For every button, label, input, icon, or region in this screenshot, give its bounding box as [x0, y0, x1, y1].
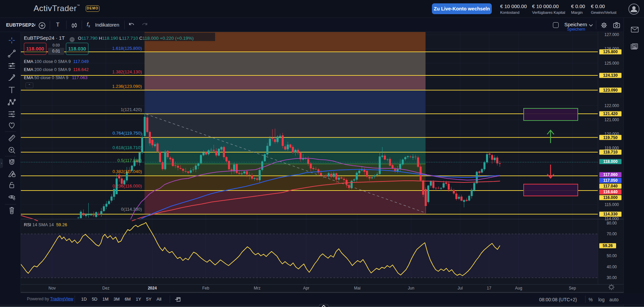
- svg-text:124.130: 124.130: [603, 73, 618, 78]
- svg-text:Aug: Aug: [515, 286, 522, 291]
- svg-text:2024: 2024: [148, 286, 157, 291]
- svg-text:1.236(123.090): 1.236(123.090): [112, 84, 142, 89]
- svg-text:0.764(119.750): 0.764(119.750): [113, 131, 142, 136]
- svg-text:40.00: 40.00: [607, 265, 617, 269]
- svg-text:30.00: 30.00: [607, 275, 617, 280]
- svg-text:1.618(125.800): 1.618(125.800): [112, 46, 142, 51]
- svg-text:0.618(118.710): 0.618(118.710): [113, 145, 142, 150]
- svg-text:50.00: 50.00: [607, 253, 617, 258]
- svg-text:117.060: 117.060: [603, 172, 618, 177]
- svg-text:0(114.330): 0(114.330): [121, 207, 142, 212]
- svg-text:Apr: Apr: [303, 286, 310, 291]
- svg-text:114.330: 114.330: [603, 212, 618, 216]
- svg-text:123.090: 123.090: [603, 88, 618, 93]
- svg-text:80.00: 80.00: [607, 221, 617, 226]
- svg-text:116.000: 116.000: [603, 195, 618, 200]
- svg-text:59.26: 59.26: [603, 243, 613, 248]
- svg-text:70.00: 70.00: [607, 232, 617, 236]
- svg-text:125.000: 125.000: [604, 61, 619, 66]
- svg-text:Feb: Feb: [202, 286, 209, 291]
- svg-text:0.5(117.880): 0.5(117.880): [117, 158, 142, 163]
- svg-text:116.640: 116.640: [603, 190, 618, 194]
- svg-text:119.750: 119.750: [603, 135, 618, 140]
- svg-text:127.000: 127.000: [604, 32, 619, 37]
- svg-text:Dez: Dez: [102, 286, 109, 291]
- svg-text:0.382(117.040): 0.382(117.040): [113, 169, 142, 174]
- svg-text:118.000: 118.000: [603, 159, 618, 164]
- svg-text:1(121.420): 1(121.420): [121, 107, 142, 112]
- svg-text:Nov: Nov: [48, 286, 55, 291]
- svg-text:Jul: Jul: [457, 286, 462, 291]
- svg-text:122.000: 122.000: [604, 103, 619, 108]
- svg-text:Mrz: Mrz: [254, 286, 260, 291]
- svg-text:Jun: Jun: [408, 286, 414, 291]
- svg-text:121.000: 121.000: [604, 117, 619, 122]
- svg-text:117.050: 117.050: [603, 178, 618, 183]
- svg-text:0.236(116.000): 0.236(116.000): [113, 183, 142, 189]
- svg-text:115.000: 115.000: [605, 202, 619, 207]
- svg-text:Mai: Mai: [354, 286, 360, 291]
- svg-text:17: 17: [487, 286, 491, 291]
- svg-text:125.800: 125.800: [603, 49, 618, 54]
- svg-text:1.382(124.130): 1.382(124.130): [112, 69, 142, 74]
- svg-text:118.710: 118.710: [603, 150, 618, 155]
- svg-text:Sep: Sep: [569, 286, 576, 291]
- svg-text:121.420: 121.420: [603, 111, 618, 116]
- svg-text:117.040: 117.040: [603, 184, 618, 189]
